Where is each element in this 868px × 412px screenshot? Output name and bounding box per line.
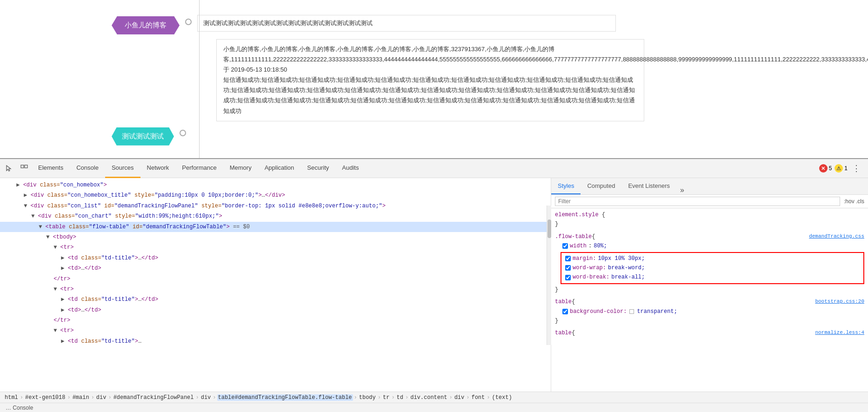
tab-elements[interactable]: Elements [32,159,70,178]
tab-audits[interactable]: Audits [335,159,365,178]
breadcrumb-div3[interactable]: div [454,394,466,401]
timeline-item-1: 小鱼儿的博客 测试测试测试测试测试测试测试测试测试测试测试测试测试测试 [0,14,868,34]
style-rule-element: element.style { } [555,210,864,229]
page-content: 小鱼儿的博客 测试测试测试测试测试测试测试测试测试测试测试测试测试测试 小鱼儿的… [0,0,868,158]
bottom-console-label[interactable]: … Console [0,403,868,412]
warn-circle: ⚠ [835,164,843,173]
style-source-bootstrap[interactable]: bootstrap.css:20 [815,297,864,306]
styles-tab-event-listeners[interactable]: Event Listeners [621,178,676,194]
breadcrumb-td[interactable]: td [396,394,404,401]
prop-margin-checkbox[interactable] [565,256,571,261]
breadcrumb-tr[interactable]: tr [382,394,390,401]
style-rule-table-normalize: table { normalize.less:4 [555,328,864,338]
content-short: 测试测试测试测试测试测试测试测试测试测试测试测试测试测试 [197,15,616,32]
filter-pseudo[interactable]: :hov .cls [844,198,864,205]
cursor-icon[interactable] [4,163,15,174]
warn-icon: ⚠ 1 [835,164,848,173]
label-teal: 测试测试测试 [112,127,174,146]
breadcrumb-font[interactable]: font [470,394,486,401]
styles-tab-styles[interactable]: Styles [551,178,581,194]
dom-line-10[interactable]: </tr> [0,274,551,284]
styles-filter-bar: :hov .cls [551,195,868,208]
devtools-breadcrumb: html › #ext-gen1018 › #main › div › #dem… [0,392,868,403]
style-selector-table-normalize: table [555,328,572,338]
tab-security[interactable]: Security [300,159,335,178]
prop-word-break-checkbox[interactable] [565,275,571,280]
styles-panel: Styles Computed Event Listeners » :hov .… [551,178,868,392]
dom-line-7[interactable]: ▼ <tr> [0,242,551,253]
breadcrumb-div2[interactable]: div [200,394,212,401]
style-rule-flow-table: .flow-table { demandTracking.css width :… [555,232,864,294]
breadcrumb-main[interactable]: #main [72,394,90,401]
tab-network[interactable]: Network [140,159,176,178]
tab-application[interactable]: Application [258,159,301,178]
style-rule-table-bootstrap: table { bootstrap.css:20 background-colo… [555,297,864,326]
filter-input[interactable] [555,197,840,206]
label-purple: 小鱼儿的博客 [112,16,180,34]
tab-memory[interactable]: Memory [223,159,258,178]
breadcrumb-table[interactable]: table#demandTrackingFlowTable.flow-table [217,394,353,401]
devtools-tabbar: Elements Console Sources Network Perform… [0,159,868,178]
error-circle: ✕ [819,164,828,173]
dom-line-13[interactable]: ▶ <td>…</td> [0,305,551,315]
dom-line-16[interactable]: ▶ <td class="td-title">… [0,336,551,346]
devtools-body: ▶ <div class="con_homebox"> ▶ <div class… [0,178,868,392]
styles-content: element.style { } .flow-table { demandTr… [551,208,868,392]
dot-1 [185,19,192,25]
dot-2 [180,130,186,136]
style-selector-element: element.style [555,212,599,218]
style-prop-word-wrap: word-wrap: break-word; [563,263,861,272]
prop-word-wrap-checkbox[interactable] [565,265,571,271]
dom-line-12[interactable]: ▶ <td class="td-title">…</td> [0,294,551,305]
error-icon: ✕ 5 [819,164,832,173]
dom-line-5-selected[interactable]: ▼ <table class="flow-table" id="demandTr… [0,222,551,232]
breadcrumb-text[interactable]: (text) [491,394,513,401]
style-selector-flow-table: .flow-table [555,232,592,241]
dom-line-1[interactable]: ▶ <div class="con_homebox"> [0,180,551,190]
styles-tabbar: Styles Computed Event Listeners » [551,178,868,195]
dom-panel: ▶ <div class="con_homebox"> ▶ <div class… [0,178,551,392]
style-prop-width: width : 80%; [555,241,864,251]
dom-line-11[interactable]: ▼ <tr> [0,284,551,294]
breadcrumb-panel[interactable]: #demandTrackingFlowPanel [113,394,195,401]
devtools: Elements Console Sources Network Perform… [0,158,868,412]
dom-line-14[interactable]: </tr> [0,315,551,326]
more-styles-btn[interactable]: » [676,186,688,194]
more-options-icon[interactable]: ⋮ [850,163,862,173]
dom-line-6[interactable]: ▼ <tbody> [0,232,551,242]
style-prop-bg-color: background-color: transparent; [555,307,864,316]
style-source-flow-table[interactable]: demandTracking.css [809,232,864,241]
breadcrumb-tbody[interactable]: tbody [358,394,377,401]
dom-line-8[interactable]: ▶ <td class="td-title">…</td> [0,253,551,263]
dom-line-2[interactable]: ▶ <div class="con_homebox_title" style="… [0,190,551,200]
dom-line-9[interactable]: ▶ <td>…</td> [0,263,551,273]
style-prop-word-break: word-break: break-all; [563,272,861,282]
style-selector-table-bootstrap: table [555,297,572,306]
tab-console[interactable]: Console [70,159,105,178]
dom-line-15[interactable]: ▼ <tr> [0,326,551,336]
breadcrumb-divcontent[interactable]: div.content [409,394,448,401]
dom-line-3[interactable]: ▼ <div class="con_list" id="demandTracki… [0,201,551,211]
timeline-item-2: 测试测试测试 [0,125,868,146]
style-source-normalize[interactable]: normalize.less:4 [815,328,864,338]
style-prop-margin: margin: 10px 10% 30px; [563,254,861,263]
tab-performance[interactable]: Performance [175,159,223,178]
warn-count: 1 [844,165,848,172]
error-count: 5 [829,165,832,172]
style-props-highlighted: margin: 10px 10% 30px; word-wrap: break-… [561,252,864,284]
prop-bg-checkbox[interactable] [562,309,568,314]
styles-tab-computed[interactable]: Computed [581,178,621,194]
inspect-icon[interactable] [19,163,30,174]
tab-sources[interactable]: Sources [105,159,140,178]
tab-end-section: ✕ 5 ⚠ 1 ⋮ [819,163,866,173]
breadcrumb-ext[interactable]: #ext-gen1018 [24,394,66,401]
svg-rect-1 [25,165,27,168]
content-long-box: 小鱼儿的博客,小鱼儿的博客,小鱼儿的博客,小鱼儿的博客,小鱼儿的博客,小鱼儿的博… [216,39,644,121]
dom-line-4[interactable]: ▼ <div class="con_chart" style="width:99… [0,211,551,221]
svg-rect-0 [21,165,24,168]
dom-scrollbar[interactable] [547,206,551,345]
breadcrumb-html[interactable]: html [4,394,19,401]
breadcrumb-div1[interactable]: div [95,394,107,401]
dom-content[interactable]: ▶ <div class="con_homebox"> ▶ <div class… [0,178,551,392]
prop-width-checkbox[interactable] [562,243,568,249]
